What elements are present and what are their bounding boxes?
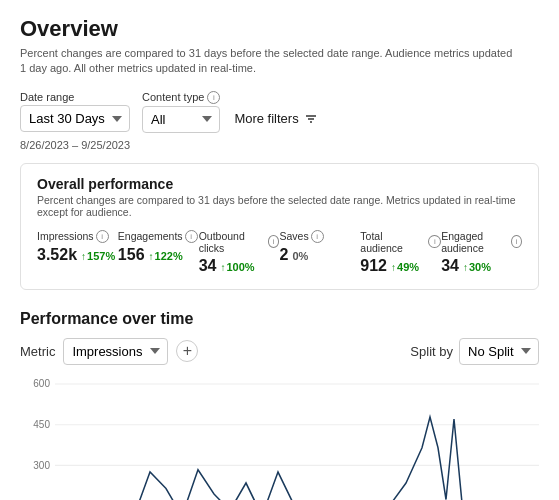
metric-label-3: Savesi	[279, 230, 360, 243]
metric-label-0: Impressionsi	[37, 230, 118, 243]
pot-left-controls: Metric Impressions +	[20, 338, 198, 365]
overall-performance-title: Overall performance	[37, 176, 522, 192]
metric-value-5: 34	[441, 257, 459, 275]
metric-select[interactable]: Impressions	[63, 338, 168, 365]
metric-label: Metric	[20, 344, 55, 359]
metric-info-icon: i	[185, 230, 198, 243]
date-range-filter: Date range Last 30 Days	[20, 91, 130, 132]
metric-change-2: ↑100%	[220, 261, 254, 273]
content-type-select[interactable]: All	[142, 106, 220, 133]
up-arrow: ↑	[81, 251, 86, 262]
line-chart: 600 450 300 150 Aug 26 Aug 30 Sep 3 Sep …	[20, 373, 539, 500]
split-by-label: Split by	[410, 344, 453, 359]
overall-performance-card: Overall performance Percent changes are …	[20, 163, 539, 290]
svg-text:300: 300	[33, 458, 50, 471]
svg-text:450: 450	[33, 417, 50, 430]
overall-performance-subtitle: Percent changes are compared to 31 days …	[37, 194, 522, 218]
filter-icon	[304, 112, 318, 126]
date-range-label: Date range	[20, 91, 74, 103]
up-arrow: ↑	[463, 262, 468, 273]
add-metric-button[interactable]: +	[176, 340, 198, 362]
content-type-label: Content type	[142, 91, 204, 103]
up-arrow: ↑	[391, 262, 396, 273]
page-title: Overview	[20, 16, 539, 42]
metric-label-1: Engagementsi	[118, 230, 199, 243]
metric-info-icon: i	[428, 235, 441, 248]
metric-change-1: ↑122%	[149, 250, 183, 262]
split-by-select[interactable]: No Split	[459, 338, 539, 365]
metric-change-4: ↑49%	[391, 261, 419, 273]
metric-item-4: Total audiencei912↑49%	[360, 230, 441, 275]
metric-item-2: Outbound clicksi34↑100%	[199, 230, 280, 275]
metric-label-2: Outbound clicksi	[199, 230, 280, 254]
metric-info-icon: i	[268, 235, 280, 248]
metric-info-icon: i	[511, 235, 522, 248]
metric-value-0: 3.52k	[37, 246, 77, 264]
metric-change-5: ↑30%	[463, 261, 491, 273]
up-arrow: ↑	[220, 262, 225, 273]
more-filters-button[interactable]: More filters	[232, 106, 319, 131]
metric-item-5: Engaged audiencei34↑30%	[441, 230, 522, 275]
metrics-row: Impressionsi3.52k↑157%Engagementsi156↑12…	[37, 230, 522, 275]
performance-over-time-section: Performance over time Metric Impressions…	[20, 310, 539, 500]
metric-info-icon: i	[96, 230, 109, 243]
date-range-display: 8/26/2023 – 9/25/2023	[20, 139, 539, 151]
chart-area: 600 450 300 150 Aug 26 Aug 30 Sep 3 Sep …	[20, 373, 539, 500]
svg-text:600: 600	[33, 377, 50, 390]
metric-value-3: 2	[279, 246, 288, 264]
up-arrow: ↑	[149, 251, 154, 262]
metric-change-3: 0%	[292, 250, 308, 262]
content-type-info-icon: i	[207, 91, 220, 104]
pot-controls: Metric Impressions + Split by No Split	[20, 338, 539, 365]
metric-value-1: 156	[118, 246, 145, 264]
more-filters-label: More filters	[234, 111, 298, 126]
metric-info-icon: i	[311, 230, 324, 243]
metric-item-3: Savesi20%	[279, 230, 360, 275]
metric-item-0: Impressionsi3.52k↑157%	[37, 230, 118, 275]
metric-value-4: 912	[360, 257, 387, 275]
metric-change-0: ↑157%	[81, 250, 115, 262]
page-subtitle: Percent changes are compared to 31 days …	[20, 46, 520, 77]
pot-right-controls: Split by No Split	[410, 338, 539, 365]
metric-label-5: Engaged audiencei	[441, 230, 522, 254]
performance-over-time-title: Performance over time	[20, 310, 539, 328]
metric-item-1: Engagementsi156↑122%	[118, 230, 199, 275]
metric-label-4: Total audiencei	[360, 230, 441, 254]
date-range-select[interactable]: Last 30 Days	[20, 105, 130, 132]
content-type-filter: Content type i All	[142, 91, 220, 133]
metric-value-2: 34	[199, 257, 217, 275]
